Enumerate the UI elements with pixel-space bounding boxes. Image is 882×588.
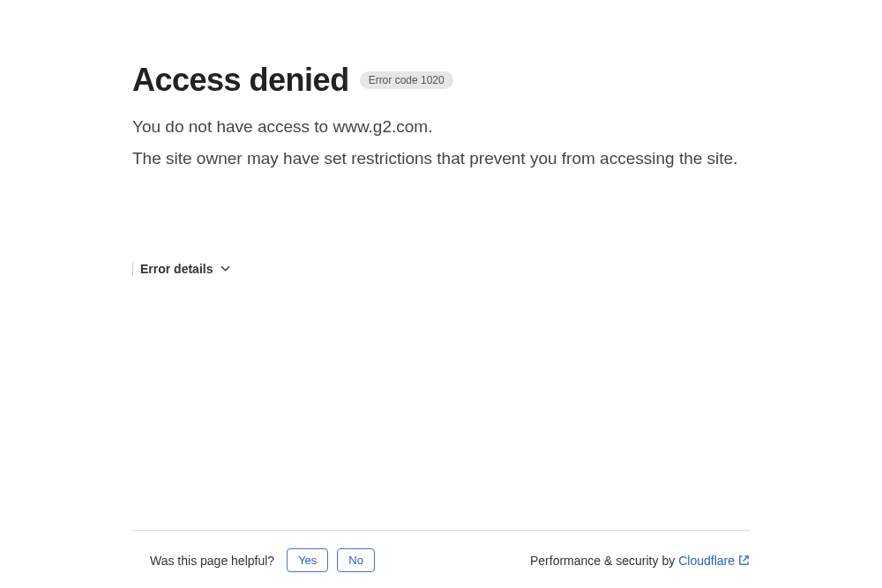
footer-right: Performance & security by Cloudflare <box>530 554 750 568</box>
error-details-toggle[interactable]: Error details <box>132 262 750 276</box>
footer-buttons: Yes No <box>287 548 375 572</box>
access-message-line2: The site owner may have set restrictions… <box>132 145 750 173</box>
error-code-badge: Error code 1020 <box>360 71 453 89</box>
access-message-line1: You do not have access to www.g2.com. <box>132 113 750 141</box>
error-details-label: Error details <box>140 262 213 276</box>
footer: Was this page helpful? Yes No Performanc… <box>132 530 750 588</box>
external-link-icon <box>738 555 750 566</box>
main-content: Access denied Error code 1020 You do not… <box>0 0 882 276</box>
header-row: Access denied Error code 1020 <box>132 62 750 99</box>
chevron-down-icon <box>220 264 230 274</box>
footer-left: Was this page helpful? Yes No <box>132 548 375 572</box>
security-by-text: Performance & security by <box>530 554 675 568</box>
cloudflare-link-text: Cloudflare <box>678 554 735 568</box>
yes-button[interactable]: Yes <box>287 548 328 572</box>
page-title: Access denied <box>132 62 349 99</box>
footer-question: Was this page helpful? <box>132 554 274 568</box>
cloudflare-link[interactable]: Cloudflare <box>678 554 750 568</box>
no-button[interactable]: No <box>337 548 375 572</box>
